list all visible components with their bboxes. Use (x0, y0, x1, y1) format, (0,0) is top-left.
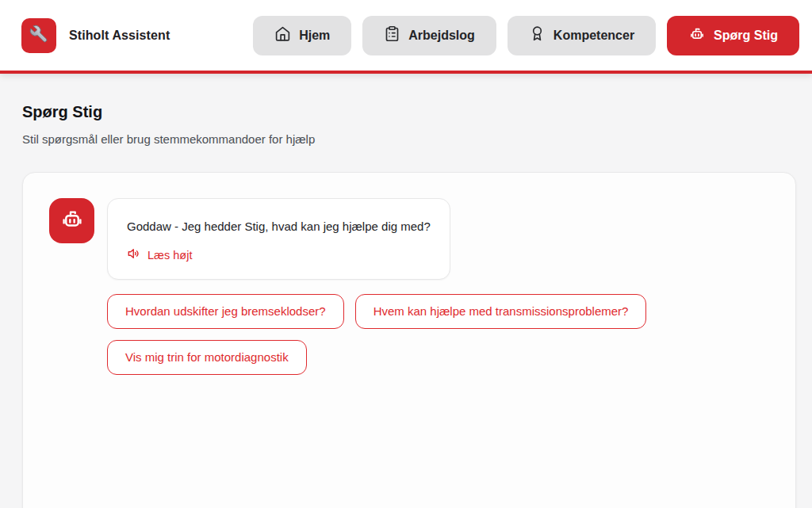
suggestion-chips: Hvordan udskifter jeg bremseklodser? Hve… (107, 294, 694, 375)
app-title: Stiholt Assistent (69, 29, 170, 43)
nav-button-kompetencer[interactable]: Kompetencer (508, 16, 656, 55)
bot-message-bubble: Goddaw - Jeg hedder Stig, hvad kan jeg h… (107, 198, 450, 280)
bot-avatar (49, 198, 94, 243)
read-aloud-button[interactable]: Læs højt (127, 246, 192, 263)
app-header: Stiholt Assistent Hjem Arbejdslog (0, 0, 812, 74)
robot-icon (59, 207, 85, 235)
main-nav: Hjem Arbejdslog Kompetencer (253, 16, 799, 55)
suggestion-chip-bremseklodser[interactable]: Hvordan udskifter jeg bremseklodser? (107, 294, 344, 329)
nav-button-sporg-stig[interactable]: Spørg Stig (667, 16, 799, 55)
nav-button-hjem[interactable]: Hjem (253, 16, 351, 55)
robot-icon (688, 25, 706, 46)
suggestion-chip-transmission[interactable]: Hvem kan hjælpe med transmissionsproblem… (355, 294, 647, 329)
wrench-icon (29, 24, 49, 48)
page-title: Spørg Stig (22, 103, 796, 121)
app-logo (21, 18, 56, 53)
nav-label: Hjem (299, 29, 330, 43)
nav-label: Arbejdslog (408, 29, 475, 43)
read-aloud-label: Læs højt (147, 249, 192, 262)
clipboard-list-icon (384, 25, 400, 45)
nav-button-arbejdslog[interactable]: Arbejdslog (362, 16, 496, 55)
home-icon (274, 25, 291, 45)
award-icon (529, 25, 546, 45)
suggestion-chip-motordiagnostik[interactable]: Vis mig trin for motordiagnostik (107, 340, 307, 375)
brand: Stiholt Assistent (21, 18, 170, 53)
bot-message-text: Goddaw - Jeg hedder Stig, hvad kan jeg h… (127, 219, 431, 235)
bot-message-row: Goddaw - Jeg hedder Stig, hvad kan jeg h… (49, 198, 770, 280)
speaker-icon (127, 246, 141, 263)
page-subtitle: Stil spørgsmål eller brug stemmekommando… (22, 132, 796, 146)
chat-card: Goddaw - Jeg hedder Stig, hvad kan jeg h… (22, 172, 796, 508)
nav-label: Spørg Stig (714, 29, 778, 43)
nav-label: Kompetencer (553, 29, 634, 43)
main-content: Spørg Stig Stil spørgsmål eller brug ste… (0, 103, 812, 508)
